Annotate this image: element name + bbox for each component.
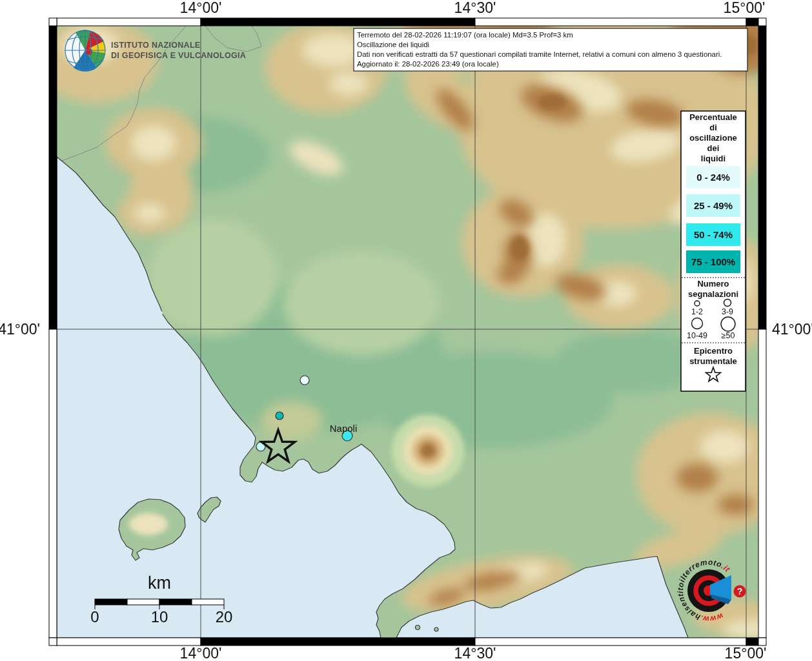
scale-tick-0: 0 — [90, 608, 99, 625]
svg-text:segnalazioni: segnalazioni — [688, 289, 738, 299]
svg-text:di: di — [709, 123, 717, 132]
ingv-name-line1: ISTITUTO NAZIONALE — [111, 41, 201, 50]
legend-percent-title: Percentuale — [689, 112, 737, 122]
legend-size-label: ≥50 — [722, 331, 735, 340]
legend-swatch-label: 25 - 49% — [694, 200, 733, 211]
legend-swatch-label: 75 - 100% — [691, 256, 735, 267]
scale-segment — [159, 599, 192, 605]
svg-text:dei: dei — [707, 143, 720, 153]
scale-tick-20: 20 — [216, 608, 233, 625]
islet-capri-a — [416, 625, 420, 630]
legend-count-title: Numero — [697, 279, 729, 289]
legend-epicenter-title: Epicentro — [694, 346, 733, 356]
ingv-name-line2: DI GEOFISICA E VULCANOLOGIA — [111, 51, 246, 60]
scale-segment — [127, 599, 159, 605]
axis-top-14-00: 14°00' — [180, 0, 222, 16]
title-line-effect: Oscillazione dei liquidi — [357, 41, 429, 48]
axis-bottom-15-00: 15°00' — [725, 645, 767, 661]
axis-top-14-30: 14°30' — [454, 0, 496, 16]
legend-box: Percentuale di oscillazione dei liquidi … — [681, 111, 746, 391]
legend-size-label: 3-9 — [722, 307, 733, 316]
axis-left-41-00: 41°00' — [0, 321, 40, 338]
legend-swatch-label: 0 - 24% — [696, 172, 730, 183]
scale-segment — [192, 599, 224, 605]
islet-capri-b — [434, 627, 438, 631]
svg-text:strumentale: strumentale — [689, 356, 737, 366]
legend-size-label: 10-49 — [687, 331, 707, 340]
scale-tick-10: 10 — [151, 608, 168, 625]
svg-text:oscillazione: oscillazione — [689, 133, 737, 143]
title-line-updated: Aggiornato il: 28-02-2026 23:49 (ora loc… — [357, 60, 499, 68]
axis-bottom-14-30: 14°30' — [454, 645, 496, 661]
map-page: km 0 10 20 Napoli — [0, 0, 812, 661]
axis-right-41-00: 41°00' — [772, 321, 812, 338]
svg-text:liquidi: liquidi — [701, 154, 726, 163]
vesuvius-cone — [392, 414, 464, 487]
map-canvas: km 0 10 20 Napoli — [0, 0, 812, 661]
data-point — [276, 412, 283, 420]
legend-swatch-label: 50 - 74% — [694, 229, 733, 240]
legend-size-label: 1-2 — [691, 307, 703, 316]
question-mark: ? — [737, 586, 743, 596]
ischia-relief — [129, 513, 168, 535]
map-area: km 0 10 20 Napoli — [36, 14, 784, 639]
city-label-napoli: Napoli — [330, 423, 358, 434]
scale-segment — [95, 599, 127, 605]
scale-unit-label: km — [148, 573, 171, 593]
title-line-source: Dati non verificati estratti da 57 quest… — [357, 50, 722, 58]
axis-top-15-00: 15°00' — [724, 0, 766, 16]
title-box: Terremoto del 28-02-2026 11:19:07 (ora l… — [354, 28, 747, 71]
title-line-event: Terremoto del 28-02-2026 11:19:07 (ora l… — [357, 31, 573, 39]
axis-bottom-14-00: 14°00' — [180, 645, 222, 661]
data-point — [300, 376, 309, 385]
